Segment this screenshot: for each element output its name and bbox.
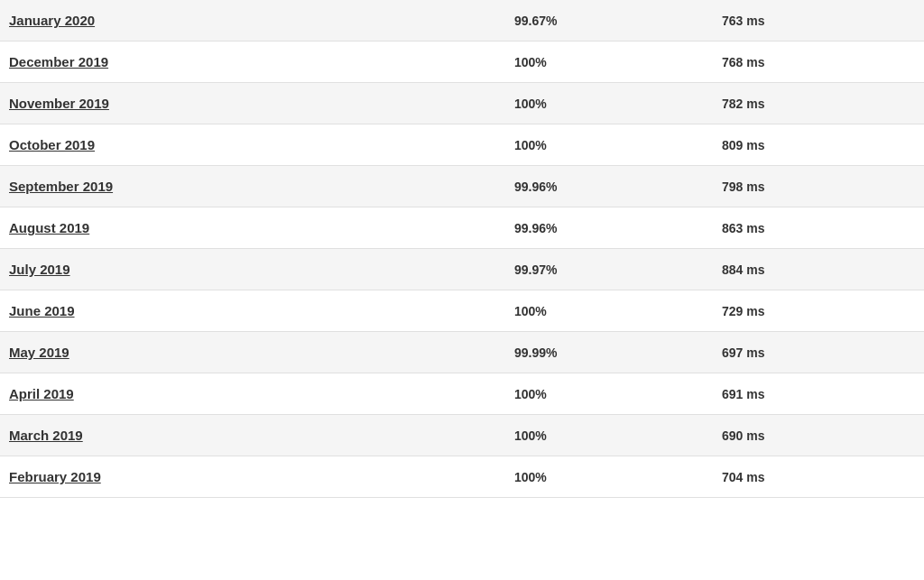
uptime-cell: 100%: [514, 97, 722, 111]
uptime-cell: 99.96%: [514, 221, 722, 235]
month-link-october-2019[interactable]: October 2019: [9, 137, 95, 152]
uptime-cell: 100%: [514, 304, 722, 318]
month-link-july-2019[interactable]: July 2019: [9, 262, 70, 277]
response-cell: 729 ms: [722, 304, 902, 318]
month-cell: July 2019: [9, 262, 514, 277]
response-cell: 697 ms: [722, 345, 902, 360]
table-row: August 2019 99.96% 863 ms: [0, 207, 924, 249]
month-link-april-2019[interactable]: April 2019: [9, 386, 74, 401]
month-cell: November 2019: [9, 96, 514, 111]
uptime-cell: 100%: [514, 470, 722, 484]
month-link-june-2019[interactable]: June 2019: [9, 303, 75, 318]
response-cell: 863 ms: [722, 221, 902, 235]
month-link-may-2019[interactable]: May 2019: [9, 345, 69, 360]
uptime-cell: 100%: [514, 428, 722, 443]
month-cell: April 2019: [9, 386, 514, 401]
uptime-cell: 100%: [514, 387, 722, 401]
table-row: July 2019 99.97% 884 ms: [0, 249, 924, 290]
table-row: May 2019 99.99% 697 ms: [0, 332, 924, 373]
table-row: April 2019 100% 691 ms: [0, 373, 924, 415]
month-cell: February 2019: [9, 469, 514, 484]
month-link-september-2019[interactable]: September 2019: [9, 179, 113, 194]
month-link-august-2019[interactable]: August 2019: [9, 220, 89, 235]
month-cell: June 2019: [9, 303, 514, 318]
month-cell: October 2019: [9, 137, 514, 152]
response-cell: 763 ms: [722, 14, 902, 28]
uptime-cell: 99.99%: [514, 345, 722, 360]
table-row: June 2019 100% 729 ms: [0, 290, 924, 332]
response-cell: 809 ms: [722, 138, 902, 152]
response-cell: 690 ms: [722, 428, 902, 443]
table-row: January 2020 99.67% 763 ms: [0, 0, 924, 41]
response-cell: 704 ms: [722, 470, 902, 484]
uptime-table: January 2020 99.67% 763 ms December 2019…: [0, 0, 924, 498]
month-cell: August 2019: [9, 220, 514, 235]
month-cell: December 2019: [9, 54, 514, 69]
table-row: March 2019 100% 690 ms: [0, 415, 924, 456]
month-link-february-2019[interactable]: February 2019: [9, 469, 101, 484]
month-cell: September 2019: [9, 179, 514, 194]
table-row: November 2019 100% 782 ms: [0, 83, 924, 124]
month-link-march-2019[interactable]: March 2019: [9, 428, 83, 443]
uptime-cell: 99.97%: [514, 262, 722, 277]
table-row: December 2019 100% 768 ms: [0, 41, 924, 83]
response-cell: 884 ms: [722, 262, 902, 277]
uptime-cell: 100%: [514, 55, 722, 69]
month-link-december-2019[interactable]: December 2019: [9, 54, 108, 69]
table-row: October 2019 100% 809 ms: [0, 124, 924, 166]
table-row: September 2019 99.96% 798 ms: [0, 166, 924, 207]
response-cell: 768 ms: [722, 55, 902, 69]
response-cell: 691 ms: [722, 387, 902, 401]
response-cell: 798 ms: [722, 180, 902, 194]
table-row: February 2019 100% 704 ms: [0, 456, 924, 498]
month-link-january-2020[interactable]: January 2020: [9, 13, 95, 28]
month-cell: January 2020: [9, 13, 514, 28]
month-cell: March 2019: [9, 428, 514, 443]
uptime-cell: 99.96%: [514, 180, 722, 194]
month-cell: May 2019: [9, 345, 514, 360]
response-cell: 782 ms: [722, 97, 902, 111]
uptime-cell: 100%: [514, 138, 722, 152]
uptime-cell: 99.67%: [514, 14, 722, 28]
month-link-november-2019[interactable]: November 2019: [9, 96, 109, 111]
